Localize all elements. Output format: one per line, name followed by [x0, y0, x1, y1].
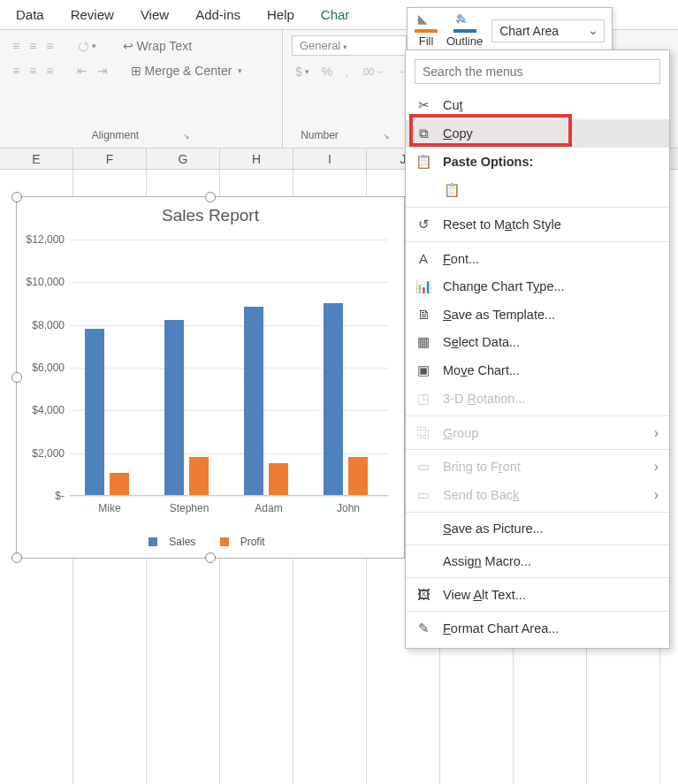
bring-front-icon: ▭: [415, 459, 432, 475]
ribbon-group-alignment: ≡ ≡ ≡ ⭯ ↩ Wrap Text ≡ ≡ ≡ ⇤ ⇥: [0, 30, 283, 148]
reset-icon: ↺: [415, 217, 432, 232]
tab-data[interactable]: Data: [16, 7, 44, 22]
y-axis-tick: $4,000: [20, 404, 65, 416]
tab-help[interactable]: Help: [267, 7, 294, 22]
outline-dropdown[interactable]: Outline: [446, 13, 483, 48]
cut-icon: ✂: [415, 97, 432, 113]
rotation-icon: ◳: [415, 391, 432, 407]
menu-move-chart[interactable]: ▣Move Chart...: [406, 356, 669, 384]
menu-cut[interactable]: ✂Cut: [406, 91, 669, 119]
move-chart-icon: ▣: [415, 362, 432, 378]
ribbon-group-number: General $ % , .00→ →.0 Number: [283, 30, 408, 148]
template-icon: 🗎: [415, 307, 432, 322]
bar-sales[interactable]: [164, 320, 184, 495]
menu-paste-button[interactable]: 📋: [406, 176, 669, 204]
tab-view[interactable]: View: [141, 7, 169, 22]
x-axis-label: Adam: [233, 502, 304, 514]
menu-save-as-picture[interactable]: Save as Picture...: [406, 515, 669, 542]
fill-icon: [415, 13, 438, 33]
orientation-icon[interactable]: ⭯: [73, 35, 100, 57]
fill-dropdown[interactable]: Fill: [415, 13, 438, 48]
increase-decimal-icon[interactable]: .00→: [357, 61, 387, 82]
menu-group: ⿻Group: [406, 419, 669, 446]
clipboard-icon: 📋: [443, 182, 461, 198]
copy-icon: ⧉: [415, 126, 432, 141]
menu-assign-macro[interactable]: Assign Macro...: [406, 548, 669, 575]
x-axis-label: Stephen: [154, 502, 225, 514]
y-axis-tick: $6,000: [20, 362, 65, 374]
bar-group[interactable]: Stephen: [164, 320, 214, 495]
number-format-select[interactable]: General: [292, 35, 407, 56]
tab-chart[interactable]: Char: [321, 7, 350, 22]
menu-save-template[interactable]: 🗎Save as Template...: [406, 301, 669, 328]
menu-paste-options: 📋Paste Options:: [406, 148, 669, 176]
align-bottom-icon[interactable]: ≡: [42, 35, 57, 57]
currency-icon[interactable]: $: [292, 61, 313, 82]
comma-icon[interactable]: ,: [341, 61, 352, 82]
menu-send-back: ▭Send to Back: [406, 481, 669, 509]
bar-profit[interactable]: [189, 457, 209, 496]
tab-review[interactable]: Review: [71, 7, 114, 22]
align-center-icon[interactable]: ≡: [26, 60, 40, 81]
bar-profit[interactable]: [348, 457, 368, 496]
outline-icon: [453, 13, 476, 33]
bar-group[interactable]: Adam: [244, 307, 293, 495]
decrease-indent-icon[interactable]: ⇤: [73, 60, 91, 81]
menu-format-chart-area[interactable]: ✎Format Chart Area...: [406, 614, 669, 643]
bar-sales[interactable]: [85, 329, 104, 496]
bar-sales[interactable]: [324, 303, 343, 496]
menu-copy[interactable]: ⧉Copy: [406, 119, 669, 148]
col-h[interactable]: H: [220, 148, 293, 169]
align-left-icon[interactable]: ≡: [9, 60, 23, 81]
outline-label: Outline: [446, 34, 483, 48]
col-f[interactable]: F: [73, 148, 147, 169]
col-e[interactable]: E: [0, 148, 73, 169]
wrap-text-button[interactable]: ↩ Wrap Text: [118, 35, 198, 57]
chart-legend[interactable]: Sales Profit: [17, 536, 404, 549]
format-icon: ✎: [415, 620, 432, 636]
menu-reset-style[interactable]: ↺Reset to Match Style: [406, 210, 669, 239]
menu-change-chart-type[interactable]: 📊Change Chart Type...: [406, 272, 669, 301]
fill-label: Fill: [419, 34, 434, 48]
chart-object[interactable]: Sales Report $-$2,000$4,000$6,000$8,000$…: [16, 196, 405, 559]
group-icon: ⿻: [415, 425, 432, 440]
bar-profit[interactable]: [110, 473, 129, 495]
bar-group[interactable]: Mike: [85, 329, 134, 496]
font-icon: A: [415, 251, 432, 266]
y-axis-tick: $-: [20, 490, 65, 502]
bar-profit[interactable]: [269, 463, 288, 495]
increase-indent-icon[interactable]: ⇥: [94, 60, 111, 81]
chart-element-selector[interactable]: Chart Area: [491, 19, 605, 42]
alt-text-icon: 🖾: [415, 587, 432, 602]
bar-sales[interactable]: [244, 307, 263, 495]
col-i[interactable]: I: [293, 148, 367, 169]
legend-profit: Profit: [240, 536, 265, 548]
align-middle-icon[interactable]: ≡: [26, 35, 40, 57]
chart-context-menu: ✂Cut ⧉Copy 📋Paste Options: 📋 ↺Reset to M…: [405, 49, 670, 649]
alignment-group-label: Alignment: [9, 126, 273, 144]
wrap-text-label: Wrap Text: [137, 39, 193, 53]
bar-group[interactable]: John: [324, 303, 373, 496]
chart-type-icon: 📊: [415, 278, 432, 294]
menu-bring-front: ▭Bring to Front: [406, 453, 669, 481]
align-top-icon[interactable]: ≡: [9, 35, 23, 57]
menu-search-input[interactable]: [415, 59, 660, 84]
align-right-icon[interactable]: ≡: [42, 60, 57, 81]
y-axis-tick: $8,000: [20, 319, 65, 331]
menu-select-data[interactable]: ▦Select Data...: [406, 328, 669, 356]
percent-icon[interactable]: %: [318, 61, 336, 82]
menu-alt-text[interactable]: 🖾View Alt Text...: [406, 581, 669, 608]
menu-font[interactable]: AFont...: [406, 245, 669, 272]
merge-center-button[interactable]: ⊞ Merge & Center: [126, 60, 248, 81]
paste-icon: 📋: [415, 154, 432, 170]
wrap-text-icon: ↩: [123, 39, 133, 53]
y-axis-tick: $10,000: [20, 276, 65, 288]
chart-plot-area[interactable]: $-$2,000$4,000$6,000$8,000$10,000$12,000…: [70, 240, 388, 496]
merge-center-icon: ⊞: [131, 64, 141, 78]
tab-addins[interactable]: Add-ins: [195, 7, 240, 22]
format-mini-toolbar: Fill Outline Chart Area: [407, 7, 613, 54]
legend-sales: Sales: [169, 536, 195, 548]
menu-3d-rotation: ◳3-D Rotation...: [406, 384, 669, 413]
number-group-label: Number: [292, 126, 399, 144]
col-g[interactable]: G: [147, 148, 220, 169]
